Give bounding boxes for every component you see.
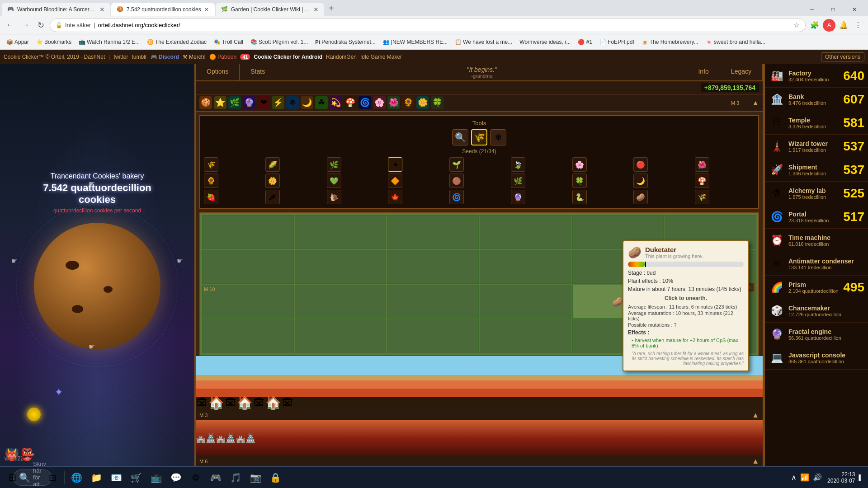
icon-16[interactable]: 🌼: [416, 96, 429, 109]
icon-13[interactable]: 🌸: [373, 96, 386, 109]
scroll-up-icon-bottom[interactable]: ▲: [752, 411, 759, 419]
cell-2-2[interactable]: [387, 285, 479, 319]
bm-ranma[interactable]: 📺 Watch Ranma 1/2 E...: [76, 38, 142, 47]
icon-11[interactable]: 🍄: [344, 96, 357, 109]
icon-8[interactable]: 🌙: [301, 96, 313, 109]
tool-snow[interactable]: ❄: [490, 129, 506, 145]
tab-2[interactable]: 🍪 7.542 quattuordecillion cookies ✕: [111, 3, 215, 16]
building-javascript-console[interactable]: 💻 Javascript console 365.361 quattuordec…: [765, 346, 868, 370]
seed-2[interactable]: 🌽: [265, 157, 280, 172]
tool-plant[interactable]: 🌾: [471, 129, 487, 145]
cell-1-3[interactable]: [480, 250, 571, 284]
icon-6[interactable]: ⚡: [272, 96, 284, 109]
scroll-up-icon-m6[interactable]: ▲: [752, 457, 759, 465]
options-button[interactable]: Options: [196, 64, 240, 80]
tooltip-click-action[interactable]: Click to unearth.: [628, 295, 744, 301]
bm-worm[interactable]: Wormverse ideas, r...: [517, 38, 573, 47]
cell-0-0[interactable]: [202, 215, 294, 249]
forward-button[interactable]: →: [19, 19, 32, 32]
cell-2-1[interactable]: [295, 285, 387, 319]
other-versions-button[interactable]: Other versions: [821, 52, 864, 61]
cell-3-2[interactable]: [387, 319, 479, 353]
icon-7[interactable]: ❄: [286, 96, 299, 109]
cell-2-3[interactable]: [480, 285, 571, 319]
close-button[interactable]: ✕: [844, 3, 864, 16]
topbar-patreon[interactable]: 🟠 Patreon: [209, 54, 236, 60]
extensions-icon[interactable]: 🧩: [808, 19, 821, 32]
icon-12[interactable]: 🌀: [359, 96, 371, 109]
bm-sweet[interactable]: 🍬 sweet bro and hella...: [703, 38, 768, 47]
info-button[interactable]: Info: [687, 64, 720, 80]
seed-17[interactable]: 🌙: [633, 174, 648, 188]
bm-foeph[interactable]: 📄 FoEPH.pdf: [597, 38, 637, 47]
seed-24[interactable]: 🔮: [511, 190, 525, 204]
taskbar-unknown1[interactable]: ⚙: [187, 469, 205, 487]
tool-search[interactable]: 🔍: [452, 129, 468, 145]
taskbar-discord[interactable]: 💬: [167, 469, 185, 487]
icon-2[interactable]: ⭐: [214, 96, 226, 109]
tray-arrow[interactable]: ∧: [791, 473, 797, 482]
building-fractal-engine[interactable]: 🔮 Fractal engine 56.361 quattuordecillio…: [765, 323, 868, 346]
seed-10[interactable]: 🌻: [204, 174, 218, 188]
taskbar-security[interactable]: 🔒: [266, 469, 284, 487]
seed-16[interactable]: 🍀: [572, 174, 587, 188]
cell-0-2[interactable]: [387, 215, 479, 249]
cell-3-1[interactable]: [295, 319, 387, 353]
seed-15[interactable]: 🌿: [511, 174, 525, 188]
tab2-close[interactable]: ✕: [204, 6, 209, 13]
icon-10[interactable]: 💫: [330, 96, 342, 109]
seed-19[interactable]: 🍓: [204, 190, 218, 204]
bm-periodic[interactable]: Pt Periodiska Systemet...: [312, 38, 378, 47]
building-alchemy-lab[interactable]: ⚗ Alchemy lab 1.975 tredecillion 525: [765, 182, 868, 205]
legacy-button[interactable]: Legacy: [720, 64, 763, 80]
tab-3[interactable]: 🌿 Garden | Cookie Clicker Wiki | Fa... ✕: [216, 3, 324, 16]
topbar-twitter[interactable]: twitter: [113, 54, 128, 60]
topbar-idlegame[interactable]: Idle Game Maker: [360, 54, 402, 60]
bm-homebrewery[interactable]: 🍺 The Homebrewery...: [639, 38, 701, 47]
seed-9[interactable]: 🌺: [695, 157, 709, 172]
cell-1-0[interactable]: [202, 250, 294, 284]
building-prism[interactable]: 🌈 Prism 2.104 quattuordecillion 495: [765, 276, 868, 299]
taskbar-camera[interactable]: 📷: [246, 469, 264, 487]
icon-14[interactable]: 🌺: [387, 96, 400, 109]
cell-1-2[interactable]: [387, 250, 479, 284]
taskbar-search-button[interactable]: 🔍 Skriv här för att söka: [24, 469, 42, 487]
tray-sound[interactable]: 🔊: [813, 473, 822, 482]
stats-button[interactable]: Stats: [240, 64, 276, 80]
scroll-right-icon[interactable]: ▲: [752, 99, 759, 107]
tab3-close[interactable]: ✕: [313, 6, 319, 13]
menu-icon[interactable]: ⋮: [852, 19, 864, 32]
seed-20[interactable]: 🌶: [265, 190, 280, 204]
seed-25[interactable]: 🐍: [572, 190, 587, 204]
seed-7[interactable]: 🌸: [572, 157, 587, 172]
seed-1[interactable]: 🌾: [204, 157, 218, 172]
seed-3[interactable]: 🌿: [327, 157, 341, 172]
bm-lost[interactable]: 📋 We have lost a me...: [452, 38, 515, 47]
building-time-machine[interactable]: ⏰ Time machine 61.016 tredecillion: [765, 229, 868, 252]
taskbar-twitch[interactable]: 📺: [147, 469, 165, 487]
icon-15[interactable]: 🌻: [402, 96, 415, 109]
back-button[interactable]: ←: [4, 19, 16, 32]
building-wizard-tower[interactable]: 🗼 Wizard tower 1.917 tredecillion 537: [765, 135, 868, 158]
seed-21[interactable]: 🐌: [327, 190, 341, 204]
tab1-close[interactable]: ✕: [99, 6, 105, 13]
refresh-button[interactable]: ↻: [34, 19, 47, 32]
seed-8[interactable]: 🔴: [633, 157, 648, 172]
building-portal[interactable]: 🌀 Portal 23.318 tredecillion 517: [765, 205, 868, 229]
maximize-button[interactable]: □: [823, 3, 843, 16]
seed-4[interactable]: ✦: [388, 157, 402, 172]
cell-1-1[interactable]: [295, 250, 387, 284]
seed-5[interactable]: 🌱: [449, 157, 464, 172]
seed-27[interactable]: 🌾: [695, 190, 709, 204]
taskbar-taskview[interactable]: ⊟: [43, 469, 61, 487]
seed-12[interactable]: 💚: [327, 174, 341, 188]
icon-3[interactable]: 🌿: [228, 96, 241, 109]
icon-17[interactable]: 🍀: [431, 96, 443, 109]
bm-newmembers[interactable]: 👥 [NEW MEMBERS RE...: [380, 38, 450, 47]
cell-2-0[interactable]: [202, 285, 294, 319]
show-desktop-button[interactable]: ▌: [857, 474, 864, 481]
bm-trollcall[interactable]: 🎭 Troll Call: [211, 38, 246, 47]
bm-scott[interactable]: 📚 Scott Pilgrim vol. 1...: [248, 38, 311, 47]
tray-network[interactable]: 📶: [800, 473, 809, 482]
big-cookie[interactable]: [34, 223, 160, 349]
